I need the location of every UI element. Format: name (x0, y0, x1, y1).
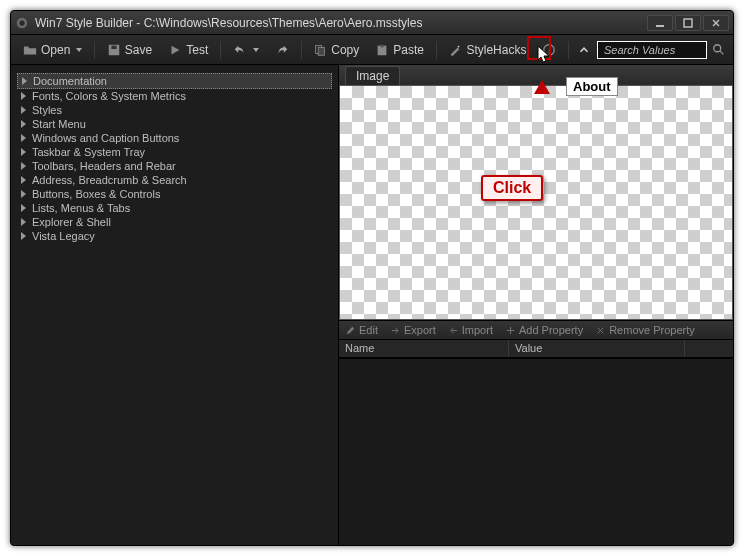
about-button[interactable] (575, 41, 593, 59)
copy-label: Copy (331, 43, 359, 57)
open-button[interactable]: Open (17, 41, 88, 59)
tree-item[interactable]: Start Menu (17, 117, 332, 131)
play-icon (168, 43, 182, 57)
tree-item-label: Styles (32, 104, 62, 116)
expand-icon[interactable] (21, 162, 26, 170)
svg-text:i: i (549, 46, 551, 55)
tree-item[interactable]: Lists, Menus & Tabs (17, 201, 332, 215)
redo-button[interactable] (269, 41, 295, 59)
pencil-icon (345, 325, 356, 336)
expand-icon[interactable] (21, 120, 26, 128)
expand-icon[interactable] (21, 134, 26, 142)
folder-open-icon (23, 43, 37, 57)
tree-item-label: Toolbars, Headers and Rebar (32, 160, 176, 172)
tree-item-label: Start Menu (32, 118, 86, 130)
stylehacks-label: StyleHacks (466, 43, 526, 57)
svg-point-10 (458, 45, 460, 47)
plus-icon (505, 325, 516, 336)
expand-icon[interactable] (21, 232, 26, 240)
paste-icon (375, 43, 389, 57)
remove-property-button[interactable]: Remove Property (589, 324, 701, 336)
chevron-down-icon (253, 48, 259, 52)
tree-item-label: Address, Breadcrumb & Search (32, 174, 187, 186)
column-spacer (685, 340, 733, 357)
paste-button[interactable]: Paste (369, 41, 430, 59)
tree-item[interactable]: Buttons, Boxes & Controls (17, 187, 332, 201)
preview-tabs: Image (339, 65, 733, 85)
expand-icon[interactable] (21, 106, 26, 114)
property-list[interactable] (339, 358, 733, 545)
tree-item[interactable]: Windows and Caption Buttons (17, 131, 332, 145)
import-icon (448, 325, 459, 336)
open-label: Open (41, 43, 70, 57)
close-button[interactable] (703, 15, 729, 31)
info-button[interactable]: i (536, 41, 562, 59)
expand-icon[interactable] (21, 204, 26, 212)
copy-icon (313, 43, 327, 57)
column-value[interactable]: Value (509, 340, 685, 357)
expand-icon[interactable] (21, 148, 26, 156)
tree-item-label: Documentation (33, 75, 107, 87)
content-panel: Image Edit Export Import Add Pro (339, 65, 733, 545)
save-button[interactable]: Save (101, 41, 158, 59)
property-toolbar: Edit Export Import Add Property Remove P… (339, 320, 733, 340)
stylehacks-button[interactable]: StyleHacks (442, 41, 532, 59)
undo-icon (233, 43, 247, 57)
search-input[interactable] (597, 41, 707, 59)
test-label: Test (186, 43, 208, 57)
property-header: Name Value (339, 340, 733, 358)
title-bar[interactable]: Win7 Style Builder - C:\Windows\Resource… (11, 11, 733, 35)
import-label: Import (462, 324, 493, 336)
tree-item-label: Buttons, Boxes & Controls (32, 188, 160, 200)
add-property-button[interactable]: Add Property (499, 324, 589, 336)
edit-label: Edit (359, 324, 378, 336)
tree-item-label: Explorer & Shell (32, 216, 111, 228)
wand-icon (448, 43, 462, 57)
test-button[interactable]: Test (162, 41, 214, 59)
window-title: Win7 Style Builder - C:\Windows\Resource… (35, 16, 645, 30)
app-window: Win7 Style Builder - C:\Windows\Resource… (10, 10, 734, 546)
export-button[interactable]: Export (384, 324, 442, 336)
svg-rect-7 (318, 47, 324, 55)
tree-item[interactable]: Fonts, Colors & System Metrics (17, 89, 332, 103)
maximize-button[interactable] (675, 15, 701, 31)
expand-icon[interactable] (21, 218, 26, 226)
x-icon (595, 325, 606, 336)
tree-item[interactable]: Styles (17, 103, 332, 117)
svg-point-13 (714, 44, 721, 51)
tab-image[interactable]: Image (345, 66, 400, 85)
export-label: Export (404, 324, 436, 336)
save-icon (107, 43, 121, 57)
search-button[interactable] (711, 42, 727, 58)
svg-rect-9 (381, 44, 385, 47)
chevron-down-icon (76, 48, 82, 52)
remove-label: Remove Property (609, 324, 695, 336)
tree-item-label: Lists, Menus & Tabs (32, 202, 130, 214)
expand-icon[interactable] (22, 77, 27, 85)
expand-icon[interactable] (21, 92, 26, 100)
minimize-button[interactable] (647, 15, 673, 31)
paste-label: Paste (393, 43, 424, 57)
app-icon (15, 16, 29, 30)
tree-item[interactable]: Vista Legacy (17, 229, 332, 243)
svg-rect-3 (684, 19, 692, 27)
tree-item[interactable]: Toolbars, Headers and Rebar (17, 159, 332, 173)
image-preview[interactable] (339, 85, 733, 320)
tree-item-label: Taskbar & System Tray (32, 146, 145, 158)
tree-item[interactable]: Taskbar & System Tray (17, 145, 332, 159)
edit-button[interactable]: Edit (339, 324, 384, 336)
tree-item-label: Windows and Caption Buttons (32, 132, 179, 144)
expand-icon[interactable] (21, 176, 26, 184)
tree-panel[interactable]: DocumentationFonts, Colors & System Metr… (11, 65, 339, 545)
tree-item[interactable]: Address, Breadcrumb & Search (17, 173, 332, 187)
tree-item[interactable]: Explorer & Shell (17, 215, 332, 229)
expand-icon[interactable] (21, 190, 26, 198)
column-name[interactable]: Name (339, 340, 509, 357)
tree-item[interactable]: Documentation (17, 73, 332, 89)
toolbar: Open Save Test Copy Paste (11, 35, 733, 65)
undo-button[interactable] (227, 41, 265, 59)
copy-button[interactable]: Copy (307, 41, 365, 59)
redo-icon (275, 43, 289, 57)
import-button[interactable]: Import (442, 324, 499, 336)
about-icon (577, 43, 591, 57)
